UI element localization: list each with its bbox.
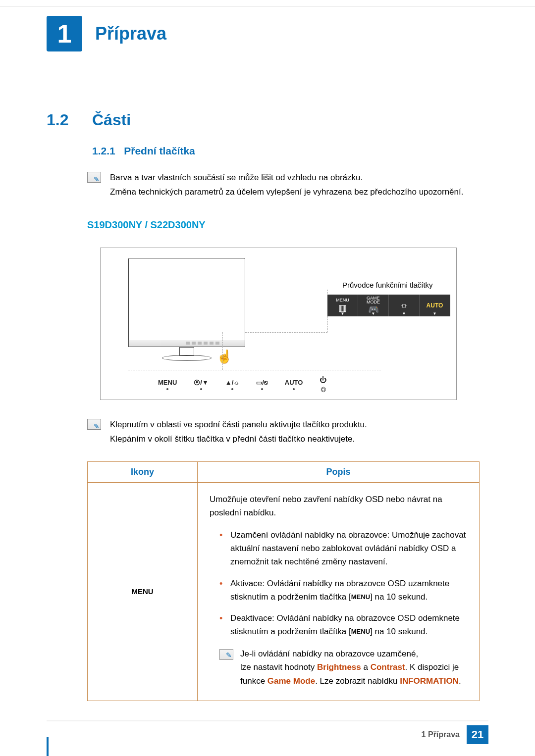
label-source-text: ▭/⎋ (256, 379, 268, 386)
note1-line1: Barva a tvar vlastních součástí se může … (110, 171, 463, 185)
page-footer: 1 Příprava 21 (422, 725, 488, 744)
note-icon (87, 172, 101, 183)
table-header: Ikony Popis (88, 462, 479, 483)
footer-page-number: 21 (467, 725, 488, 744)
power-slot-icon: ⏣ (321, 386, 326, 393)
osd-auto-label: AUTO (427, 302, 443, 309)
desc-subnote: Je-li ovládání nabídky na obrazovce uzam… (219, 647, 467, 688)
osd-button-guide: MENU ▥ ▼ GAME MODE 🎮 ▼ ☼ ▼ AUTO ▼ (327, 295, 450, 316)
icons-description-table: Ikony Popis MENU Umožňuje otevření nebo … (87, 461, 480, 701)
note-icon (219, 649, 233, 660)
b2b: ] na 10 sekund. (370, 592, 428, 602)
model-heading: S19D300NY / S22D300NY (87, 219, 488, 231)
osd-auto-cell: AUTO ▼ (420, 295, 450, 316)
osd-game-label-bot: MODE (367, 300, 380, 304)
th-desc: Popis (198, 462, 479, 482)
label-up-text: ▲/☼ (225, 379, 239, 386)
triangle-icon: ▼ (402, 311, 406, 316)
dot-icon (166, 388, 168, 390)
note1-line2: Změna technických parametrů za účelem vy… (110, 185, 463, 200)
osd-brightness-cell: ☼ ▼ (389, 295, 420, 316)
td-icon-menu: MENU (88, 483, 198, 701)
dot-icon (293, 388, 295, 390)
s2a: lze nastavit hodnoty (240, 662, 317, 672)
label-game-text: ⦿/▼ (194, 379, 208, 386)
note-text: Barva a tvar vlastních součástí se může … (110, 171, 463, 200)
subsection-number: 1.2.1 (92, 145, 115, 156)
monitor-base (162, 355, 212, 361)
monitor-outline (128, 258, 245, 341)
note2-line1: Klepnutím v oblasti ve spodní části pane… (110, 418, 367, 432)
label-source: ▭/⎋ (256, 379, 268, 390)
table-row: MENU Umožňuje otevření nebo zavření nabí… (88, 483, 479, 701)
desc-p1: Umožňuje otevření nebo zavření nabídky O… (210, 493, 467, 519)
brightness-icon: ☼ (400, 300, 408, 310)
subnote-line2: lze nastavit hodnoty Brightness a Contra… (240, 660, 467, 687)
label-auto: AUTO (285, 379, 303, 390)
s2d: Contrast (371, 662, 405, 672)
footer-chapter-text: 1 Příprava (422, 730, 460, 739)
monitor-button-strip (186, 342, 219, 345)
subnote-text: Je-li ovládání nabídky na obrazovce uzam… (240, 647, 467, 688)
note-block-2: Klepnutím v oblasti ve spodní části pane… (87, 418, 488, 447)
triangle-icon: ▼ (341, 311, 345, 316)
label-menu: MENU (158, 379, 177, 390)
label-auto-text: AUTO (285, 379, 303, 386)
label-game: ⦿/▼ (194, 379, 208, 390)
button-labels-row: MENU ⦿/▼ ▲/☼ ▭/⎋ AUTO ⏻ ⏣ (158, 376, 326, 393)
triangle-icon: ▼ (433, 311, 437, 316)
note-block-1: Barva a tvar vlastních součástí se může … (87, 171, 488, 200)
subsection-heading: 1.2.1 Přední tlačítka (92, 145, 488, 157)
dashed-connector (222, 332, 223, 370)
footer-left-accent (47, 737, 49, 756)
power-icon: ⏻ (320, 376, 326, 384)
dot-icon (231, 388, 233, 390)
menu-inline-label: MENU (351, 628, 370, 635)
bullet-activate: Aktivace: Ovládání nabídky na obrazovce … (219, 577, 467, 604)
section-title: Části (92, 111, 131, 129)
td-desc: Umožňuje otevření nebo zavření nabídky O… (198, 483, 479, 701)
subnote-line1: Je-li ovládání nabídky na obrazovce uzam… (240, 647, 467, 660)
section-heading: 1.2 Části (47, 111, 488, 129)
note2-line2: Klepáním v okolí štítku tlačítka v předn… (110, 432, 367, 447)
dashed-connector (245, 332, 327, 333)
dashed-connector (128, 370, 381, 370)
label-power: ⏻ ⏣ (320, 376, 326, 393)
s2b: Brightness (317, 662, 361, 672)
b3b: ] na 10 sekund. (370, 627, 428, 636)
chapter-number-badge: 1 (47, 16, 82, 51)
s2g: . Lze zobrazit nabídku (315, 676, 400, 686)
bullet-lock: Uzamčení ovládání nabídky na obrazovce: … (219, 528, 467, 569)
osd-menu-label: MENU (336, 298, 349, 302)
dot-icon (200, 388, 202, 390)
bullet-deactivate: Deaktivace: Ovládání nabídky na obrazovc… (219, 611, 467, 638)
dot-icon (261, 388, 263, 390)
front-buttons-diagram: ☝ Průvodce funkčními tlačítky MENU ▥ ▼ G… (100, 248, 457, 400)
diagram-callout-title: Průvodce funkčními tlačítky (342, 281, 433, 289)
menu-inline-label: MENU (351, 593, 370, 601)
note-icon (87, 419, 101, 430)
hand-cursor-icon: ☝ (216, 349, 232, 364)
chapter-title: Příprava (95, 23, 166, 44)
osd-game-cell: GAME MODE 🎮 ▼ (358, 295, 389, 316)
s2f: Game Mode (268, 676, 315, 686)
section-number: 1.2 (47, 111, 92, 129)
footer-rule (47, 720, 488, 721)
desc-bullet-list: Uzamčení ovládání nabídky na obrazovce: … (219, 528, 467, 638)
chapter-header: 1 Příprava (0, 16, 535, 51)
s2c: a (361, 662, 371, 672)
s2i: . (459, 676, 461, 686)
label-menu-text: MENU (158, 379, 177, 386)
s2h: INFORMATION (400, 676, 459, 686)
label-up: ▲/☼ (225, 379, 239, 390)
triangle-icon: ▼ (372, 311, 375, 316)
osd-menu-cell: MENU ▥ ▼ (327, 295, 358, 316)
top-rule (0, 6, 535, 7)
subsection-title: Přední tlačítka (124, 145, 195, 156)
note-text: Klepnutím v oblasti ve spodní části pane… (110, 418, 367, 447)
th-icons: Ikony (88, 462, 198, 482)
